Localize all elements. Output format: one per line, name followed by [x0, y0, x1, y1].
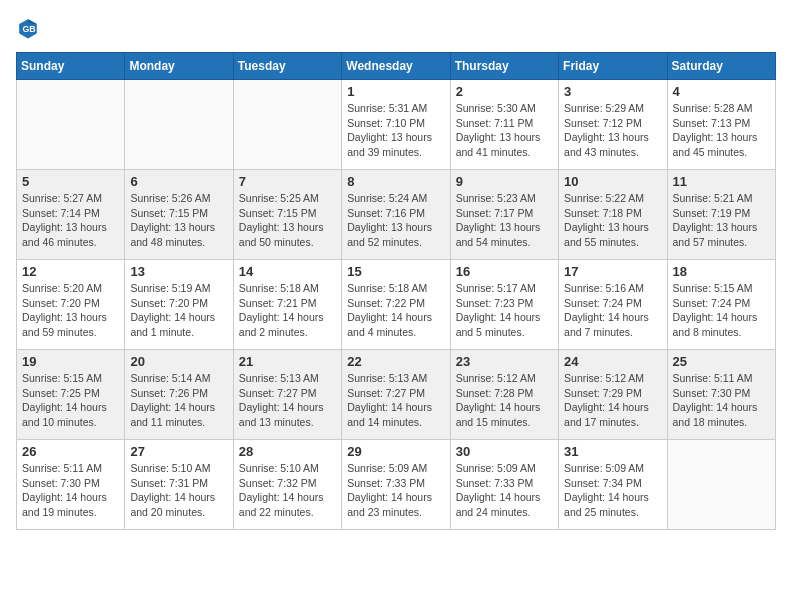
day-number: 22 [347, 354, 444, 369]
day-info: Sunrise: 5:10 AM Sunset: 7:31 PM Dayligh… [130, 461, 227, 520]
calendar-cell: 31Sunrise: 5:09 AM Sunset: 7:34 PM Dayli… [559, 440, 667, 530]
day-number: 10 [564, 174, 661, 189]
calendar-week-row: 1Sunrise: 5:31 AM Sunset: 7:10 PM Daylig… [17, 80, 776, 170]
day-number: 5 [22, 174, 119, 189]
calendar-cell: 21Sunrise: 5:13 AM Sunset: 7:27 PM Dayli… [233, 350, 341, 440]
calendar-cell: 1Sunrise: 5:31 AM Sunset: 7:10 PM Daylig… [342, 80, 450, 170]
day-info: Sunrise: 5:27 AM Sunset: 7:14 PM Dayligh… [22, 191, 119, 250]
calendar-cell: 26Sunrise: 5:11 AM Sunset: 7:30 PM Dayli… [17, 440, 125, 530]
calendar-week-row: 26Sunrise: 5:11 AM Sunset: 7:30 PM Dayli… [17, 440, 776, 530]
day-info: Sunrise: 5:24 AM Sunset: 7:16 PM Dayligh… [347, 191, 444, 250]
calendar-cell: 19Sunrise: 5:15 AM Sunset: 7:25 PM Dayli… [17, 350, 125, 440]
calendar-cell: 20Sunrise: 5:14 AM Sunset: 7:26 PM Dayli… [125, 350, 233, 440]
day-info: Sunrise: 5:31 AM Sunset: 7:10 PM Dayligh… [347, 101, 444, 160]
calendar-cell: 27Sunrise: 5:10 AM Sunset: 7:31 PM Dayli… [125, 440, 233, 530]
calendar-cell: 7Sunrise: 5:25 AM Sunset: 7:15 PM Daylig… [233, 170, 341, 260]
day-info: Sunrise: 5:09 AM Sunset: 7:34 PM Dayligh… [564, 461, 661, 520]
day-number: 12 [22, 264, 119, 279]
calendar-cell: 5Sunrise: 5:27 AM Sunset: 7:14 PM Daylig… [17, 170, 125, 260]
weekday-header-monday: Monday [125, 53, 233, 80]
day-info: Sunrise: 5:11 AM Sunset: 7:30 PM Dayligh… [22, 461, 119, 520]
day-info: Sunrise: 5:12 AM Sunset: 7:29 PM Dayligh… [564, 371, 661, 430]
calendar-cell [125, 80, 233, 170]
day-info: Sunrise: 5:22 AM Sunset: 7:18 PM Dayligh… [564, 191, 661, 250]
day-info: Sunrise: 5:17 AM Sunset: 7:23 PM Dayligh… [456, 281, 553, 340]
day-info: Sunrise: 5:30 AM Sunset: 7:11 PM Dayligh… [456, 101, 553, 160]
weekday-header-thursday: Thursday [450, 53, 558, 80]
calendar-cell: 17Sunrise: 5:16 AM Sunset: 7:24 PM Dayli… [559, 260, 667, 350]
calendar-cell: 2Sunrise: 5:30 AM Sunset: 7:11 PM Daylig… [450, 80, 558, 170]
calendar-cell: 8Sunrise: 5:24 AM Sunset: 7:16 PM Daylig… [342, 170, 450, 260]
day-number: 4 [673, 84, 770, 99]
day-info: Sunrise: 5:18 AM Sunset: 7:22 PM Dayligh… [347, 281, 444, 340]
day-number: 20 [130, 354, 227, 369]
day-info: Sunrise: 5:12 AM Sunset: 7:28 PM Dayligh… [456, 371, 553, 430]
day-number: 30 [456, 444, 553, 459]
day-info: Sunrise: 5:26 AM Sunset: 7:15 PM Dayligh… [130, 191, 227, 250]
calendar-cell: 10Sunrise: 5:22 AM Sunset: 7:18 PM Dayli… [559, 170, 667, 260]
day-info: Sunrise: 5:09 AM Sunset: 7:33 PM Dayligh… [456, 461, 553, 520]
calendar-cell: 14Sunrise: 5:18 AM Sunset: 7:21 PM Dayli… [233, 260, 341, 350]
day-info: Sunrise: 5:20 AM Sunset: 7:20 PM Dayligh… [22, 281, 119, 340]
day-info: Sunrise: 5:14 AM Sunset: 7:26 PM Dayligh… [130, 371, 227, 430]
calendar-cell [667, 440, 775, 530]
calendar-header: SundayMondayTuesdayWednesdayThursdayFrid… [17, 53, 776, 80]
day-number: 8 [347, 174, 444, 189]
day-number: 13 [130, 264, 227, 279]
day-number: 28 [239, 444, 336, 459]
day-number: 2 [456, 84, 553, 99]
calendar-cell: 25Sunrise: 5:11 AM Sunset: 7:30 PM Dayli… [667, 350, 775, 440]
calendar-cell: 15Sunrise: 5:18 AM Sunset: 7:22 PM Dayli… [342, 260, 450, 350]
day-info: Sunrise: 5:10 AM Sunset: 7:32 PM Dayligh… [239, 461, 336, 520]
day-info: Sunrise: 5:19 AM Sunset: 7:20 PM Dayligh… [130, 281, 227, 340]
day-number: 19 [22, 354, 119, 369]
day-number: 16 [456, 264, 553, 279]
day-number: 15 [347, 264, 444, 279]
calendar-cell: 3Sunrise: 5:29 AM Sunset: 7:12 PM Daylig… [559, 80, 667, 170]
calendar-cell: 22Sunrise: 5:13 AM Sunset: 7:27 PM Dayli… [342, 350, 450, 440]
calendar-cell: 9Sunrise: 5:23 AM Sunset: 7:17 PM Daylig… [450, 170, 558, 260]
day-number: 23 [456, 354, 553, 369]
day-info: Sunrise: 5:13 AM Sunset: 7:27 PM Dayligh… [347, 371, 444, 430]
calendar-cell: 6Sunrise: 5:26 AM Sunset: 7:15 PM Daylig… [125, 170, 233, 260]
page-header: GB [16, 16, 776, 40]
day-number: 18 [673, 264, 770, 279]
calendar-cell: 29Sunrise: 5:09 AM Sunset: 7:33 PM Dayli… [342, 440, 450, 530]
day-info: Sunrise: 5:13 AM Sunset: 7:27 PM Dayligh… [239, 371, 336, 430]
weekday-header-sunday: Sunday [17, 53, 125, 80]
calendar-cell: 30Sunrise: 5:09 AM Sunset: 7:33 PM Dayli… [450, 440, 558, 530]
weekday-header-wednesday: Wednesday [342, 53, 450, 80]
calendar-cell: 23Sunrise: 5:12 AM Sunset: 7:28 PM Dayli… [450, 350, 558, 440]
day-number: 29 [347, 444, 444, 459]
calendar-cell: 16Sunrise: 5:17 AM Sunset: 7:23 PM Dayli… [450, 260, 558, 350]
weekday-header-friday: Friday [559, 53, 667, 80]
calendar-cell: 13Sunrise: 5:19 AM Sunset: 7:20 PM Dayli… [125, 260, 233, 350]
day-info: Sunrise: 5:18 AM Sunset: 7:21 PM Dayligh… [239, 281, 336, 340]
day-number: 14 [239, 264, 336, 279]
calendar-week-row: 12Sunrise: 5:20 AM Sunset: 7:20 PM Dayli… [17, 260, 776, 350]
calendar-cell: 11Sunrise: 5:21 AM Sunset: 7:19 PM Dayli… [667, 170, 775, 260]
day-info: Sunrise: 5:15 AM Sunset: 7:24 PM Dayligh… [673, 281, 770, 340]
day-number: 24 [564, 354, 661, 369]
day-info: Sunrise: 5:21 AM Sunset: 7:19 PM Dayligh… [673, 191, 770, 250]
calendar-body: 1Sunrise: 5:31 AM Sunset: 7:10 PM Daylig… [17, 80, 776, 530]
calendar-cell: 4Sunrise: 5:28 AM Sunset: 7:13 PM Daylig… [667, 80, 775, 170]
calendar-cell: 28Sunrise: 5:10 AM Sunset: 7:32 PM Dayli… [233, 440, 341, 530]
calendar-cell: 18Sunrise: 5:15 AM Sunset: 7:24 PM Dayli… [667, 260, 775, 350]
logo-icon: GB [16, 16, 40, 40]
calendar-cell: 24Sunrise: 5:12 AM Sunset: 7:29 PM Dayli… [559, 350, 667, 440]
calendar-cell [17, 80, 125, 170]
calendar-cell [233, 80, 341, 170]
day-info: Sunrise: 5:16 AM Sunset: 7:24 PM Dayligh… [564, 281, 661, 340]
weekday-header-row: SundayMondayTuesdayWednesdayThursdayFrid… [17, 53, 776, 80]
day-info: Sunrise: 5:25 AM Sunset: 7:15 PM Dayligh… [239, 191, 336, 250]
day-info: Sunrise: 5:11 AM Sunset: 7:30 PM Dayligh… [673, 371, 770, 430]
day-info: Sunrise: 5:28 AM Sunset: 7:13 PM Dayligh… [673, 101, 770, 160]
day-number: 1 [347, 84, 444, 99]
day-number: 3 [564, 84, 661, 99]
day-number: 27 [130, 444, 227, 459]
day-number: 26 [22, 444, 119, 459]
calendar-table: SundayMondayTuesdayWednesdayThursdayFrid… [16, 52, 776, 530]
day-number: 25 [673, 354, 770, 369]
day-number: 9 [456, 174, 553, 189]
